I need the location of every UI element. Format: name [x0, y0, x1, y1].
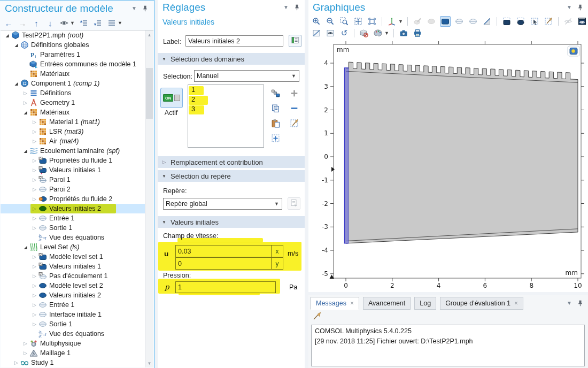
collapsed-arrow-icon[interactable]: ▷ [31, 216, 38, 221]
selected-inlet-domain[interactable] [344, 68, 348, 243]
remove-from-selection-button[interactable] [288, 102, 300, 114]
tree-item-level-set[interactable]: ◢Level Set(ls) [1, 242, 145, 252]
label-input[interactable]: Valeurs initiales 2 [185, 35, 283, 47]
domain-list-item-3[interactable]: 3 [188, 104, 264, 114]
tree-item-propri-t-s-du-fluide-2[interactable]: ▷Propriétés du fluide 2 [1, 194, 145, 204]
create-selection-button[interactable] [269, 87, 282, 99]
tree-scrollbar[interactable]: ▲ ▼ [145, 30, 153, 367]
paste-selection-button[interactable] [269, 117, 282, 129]
domain-list-item-1[interactable]: 1 [188, 85, 264, 95]
u-x-input[interactable]: 0.03 x [175, 245, 283, 257]
tree-item-vue-des-quations[interactable]: ∂u∂t=fVue des équations [1, 233, 145, 242]
expanded-arrow-icon[interactable]: ◢ [13, 81, 20, 86]
zoom-to-selection-button[interactable] [269, 132, 282, 144]
tree-item-ecoulement-laminaire[interactable]: ◢Ecoulement laminaire(spf) [1, 146, 145, 156]
expanded-arrow-icon[interactable]: ◢ [22, 245, 29, 250]
collapsed-arrow-icon[interactable]: ▷ [31, 293, 38, 298]
tree-item-entr-e-1[interactable]: ▷Entrée 1 [1, 213, 145, 223]
panel-menu-icon[interactable]: ▼ [131, 6, 137, 11]
pin-icon[interactable] [293, 4, 300, 11]
tree-item-mat-riaux[interactable]: ◢Matériaux [1, 108, 145, 117]
show-options-button[interactable]: ▼ [59, 18, 75, 28]
geometry-domain[interactable] [346, 62, 578, 243]
collapsed-arrow-icon[interactable]: ▷ [31, 254, 38, 259]
tree-item-paroi-2[interactable]: ▷Paroi 2 [1, 185, 145, 194]
tree-item-sortie-1[interactable]: ▷Sortie 1 [1, 223, 145, 233]
tree-item-param-tres-1[interactable]: PiParamètres 1 [1, 50, 145, 59]
scroll-up-icon[interactable]: ▲ [145, 30, 153, 39]
tab-messages[interactable]: Messages× [311, 297, 359, 310]
collapsed-arrow-icon[interactable]: ▷ [31, 283, 38, 288]
tree-item-vue-des-quations[interactable]: ∂u∂t=fVue des équations [1, 329, 145, 339]
expanded-arrow-icon[interactable]: ◢ [22, 149, 29, 154]
tree-item-maillage-1[interactable]: ▷Maillage 1 [1, 348, 145, 358]
section-domain-selection[interactable]: ▼ Sélection des domaines [158, 53, 305, 65]
expand-all-button[interactable] [93, 18, 103, 28]
tree-item-valeurs-initiales-2[interactable]: ▷Valeurs initiales 2 [1, 204, 145, 213]
scroll-down-icon[interactable]: ▼ [145, 359, 153, 367]
tree-item-mat-riaux[interactable]: Matériaux [1, 69, 145, 79]
expanded-arrow-icon[interactable]: ◢ [4, 33, 11, 38]
panel-menu-icon[interactable]: ▼ [283, 5, 289, 10]
expanded-arrow-icon[interactable]: ◢ [22, 110, 29, 115]
tree-item-component-1[interactable]: ◢ΩComponent 1(comp 1) [1, 79, 145, 88]
frame-copy-button[interactable] [288, 197, 300, 210]
pin-icon[interactable] [142, 5, 149, 12]
collapsed-arrow-icon[interactable]: ▷ [31, 273, 38, 279]
tree-item-paroi-1[interactable]: ▷DParoi 1 [1, 175, 145, 185]
domain-selection-list[interactable]: 123 [188, 85, 264, 148]
tree-item-sortie-1[interactable]: ▷Sortie 1 [1, 319, 145, 329]
tree-item-study-1[interactable]: ▷Study 1 [1, 358, 145, 367]
collapsed-arrow-icon[interactable]: ▷ [22, 341, 29, 346]
selection-dropdown[interactable]: Manuel ▼ [194, 70, 299, 82]
close-tab-icon[interactable]: × [350, 300, 354, 307]
move-up-button[interactable]: ↑ [32, 18, 41, 28]
tree-item-valeurs-initiales-1[interactable]: ▷DValeurs initiales 1 [1, 262, 145, 271]
move-down-button[interactable]: ↓ [45, 18, 55, 28]
tree-item-multiphysique[interactable]: ▷Multiphysique [1, 339, 145, 348]
messages-log[interactable]: COMSOL Multiphysics 5.4.0.225[29 nov. 20… [311, 325, 585, 366]
clear-messages-button[interactable] [312, 312, 322, 323]
u-y-input[interactable]: 0 y [175, 257, 283, 270]
tree-item-geometry-1[interactable]: ▷Geometry 1 [1, 98, 145, 108]
domain-list-item-2[interactable]: 2 [188, 95, 264, 104]
collapsed-arrow-icon[interactable]: ▷ [31, 119, 38, 125]
plot-canvas[interactable]: 024681043210-1-2-3-4-5mmmm [308, 0, 588, 292]
section-frame-selection[interactable]: ▼ Sélection du repère [158, 170, 305, 182]
collapsed-arrow-icon[interactable]: ▷ [31, 129, 38, 134]
tree-item-d-finitions-globales[interactable]: ◢Définitions globales [1, 40, 145, 50]
tree-item-d-finitions[interactable]: ▷Définitions [1, 88, 145, 98]
collapsed-arrow-icon[interactable]: ▷ [31, 167, 38, 173]
pressure-input[interactable]: 1 [175, 281, 276, 293]
collapsed-arrow-icon[interactable]: ▷ [31, 225, 38, 231]
collapsed-arrow-icon[interactable]: ▷ [31, 312, 38, 317]
tree-item-mod-le-level-set-1[interactable]: ▷DModèle level set 1 [1, 252, 145, 262]
collapsed-arrow-icon[interactable]: ▷ [31, 139, 38, 144]
collapsed-arrow-icon[interactable]: ▷ [31, 264, 38, 269]
collapsed-arrow-icon[interactable]: ▷ [13, 360, 20, 365]
tree-item-material-1[interactable]: ▷Material 1(mat1) [1, 117, 145, 127]
tree-item-pas-d-coulement-1[interactable]: ▷DPas d'écoulement 1 [1, 271, 145, 281]
rename-button[interactable] [289, 35, 301, 47]
tree-item-mod-le-level-set-2[interactable]: ▷Modèle level set 2 [1, 281, 145, 290]
tree-item-entr-e-1[interactable]: ▷Entrée 1 [1, 300, 145, 310]
frame-dropdown[interactable]: Repère global ▼ [163, 198, 282, 210]
close-tab-icon[interactable]: × [514, 300, 518, 307]
collapsed-arrow-icon[interactable]: ▷ [31, 321, 38, 327]
go-back-button[interactable]: ← [4, 18, 13, 28]
tree-item-entr-es-communes-de-mod-le-1[interactable]: Entrées communes de modèle 1 [1, 59, 145, 69]
scrollbar-thumb[interactable] [146, 68, 153, 119]
collapsed-arrow-icon[interactable]: ▷ [22, 90, 29, 96]
go-forward-button[interactable]: → [18, 18, 27, 28]
collapsed-arrow-icon[interactable]: ▷ [31, 196, 38, 202]
tab-log[interactable]: Log [414, 297, 436, 310]
collapsed-arrow-icon[interactable]: ▷ [31, 206, 38, 211]
section-override[interactable]: ▷ Remplacement et contribution [158, 156, 305, 168]
collapse-all-button[interactable] [79, 18, 89, 28]
collapsed-arrow-icon[interactable]: ▷ [31, 177, 38, 182]
clear-selection-button[interactable] [288, 117, 300, 129]
tree-item-valeurs-initiales-2[interactable]: ▷Valeurs initiales 2 [1, 290, 145, 300]
collapsed-arrow-icon[interactable]: ▷ [31, 158, 38, 163]
expanded-arrow-icon[interactable]: ◢ [13, 43, 20, 48]
section-initial-values[interactable]: ▼ Valeurs initiales [158, 216, 305, 228]
